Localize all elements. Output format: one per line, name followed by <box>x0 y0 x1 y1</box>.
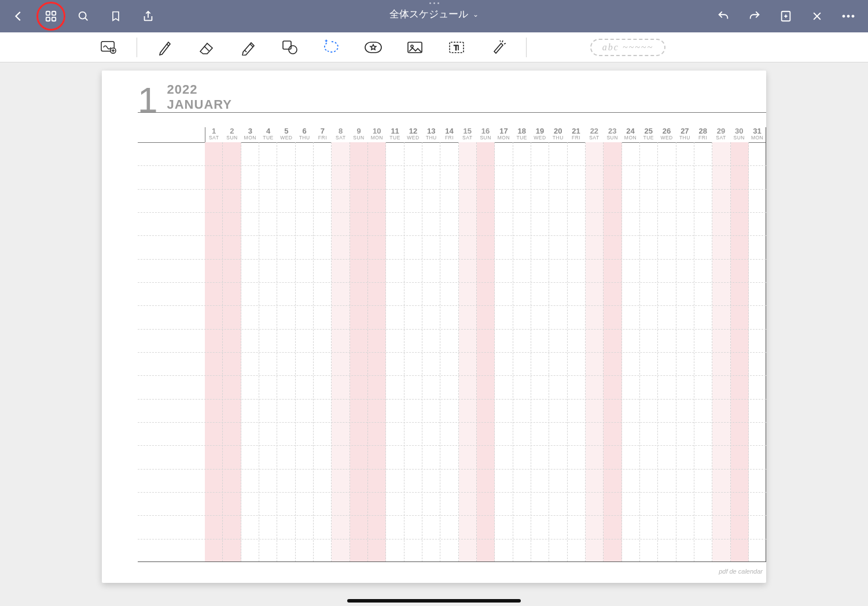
day-header: 18TUE <box>513 127 531 142</box>
back-button[interactable] <box>10 8 27 24</box>
favorites-placeholder[interactable]: abc ~~~~~ <box>590 39 665 56</box>
day-header: 2SUN <box>223 127 241 142</box>
day-header: 16SUN <box>476 127 494 142</box>
day-header: 9SUN <box>350 127 367 142</box>
day-header: 8SAT <box>332 127 350 142</box>
zoom-tool[interactable] <box>98 37 119 58</box>
svg-rect-2 <box>46 17 50 21</box>
close-button[interactable] <box>809 8 825 24</box>
day-header: 12WED <box>404 127 422 142</box>
undo-button[interactable] <box>715 8 731 24</box>
laser-tool[interactable] <box>488 37 509 58</box>
day-header: 28FRI <box>694 127 712 142</box>
day-header: 24MON <box>621 127 639 142</box>
day-header: 1SAT <box>205 127 223 142</box>
svg-point-11 <box>843 15 845 17</box>
day-header: 31MON <box>748 127 766 142</box>
redo-button[interactable] <box>746 8 763 24</box>
month-name: JANUARY <box>167 97 232 112</box>
lasso-tool[interactable]: ✦ <box>321 37 342 58</box>
day-header: 7FRI <box>314 127 332 142</box>
svg-point-13 <box>852 15 854 17</box>
day-header: 3MON <box>241 127 259 142</box>
share-button[interactable] <box>140 8 156 24</box>
day-header: 26WED <box>657 127 675 142</box>
drag-handle-icon <box>330 2 538 4</box>
day-header: 10MON <box>368 127 386 142</box>
day-header: 4TUE <box>259 127 277 142</box>
svg-point-21 <box>289 46 297 54</box>
eraser-tool[interactable] <box>196 37 217 58</box>
days-header: 1SAT2SUN3MON4TUE5WED6THU7FRI8SAT9SUN10MO… <box>205 127 766 142</box>
day-header: 19WED <box>531 127 549 142</box>
home-indicator <box>347 599 521 603</box>
day-header: 29SAT <box>712 127 730 142</box>
document-title: 全体スケジュール <box>389 8 468 21</box>
svg-line-18 <box>167 44 168 46</box>
calendar-page: 1 2022 JANUARY 1SAT2SUN3MON4TUE5WED6THU7… <box>102 71 766 583</box>
svg-point-25 <box>411 45 413 47</box>
stamp-tool[interactable] <box>363 37 384 58</box>
svg-rect-20 <box>283 41 291 49</box>
more-button[interactable] <box>840 8 856 24</box>
day-header: 27THU <box>676 127 694 142</box>
search-button[interactable] <box>75 8 91 24</box>
day-header: 14FRI <box>440 127 458 142</box>
add-page-button[interactable] <box>778 8 794 24</box>
thumbnails-button[interactable] <box>43 8 59 24</box>
day-header: 6THU <box>295 127 313 142</box>
favorites-placeholder-label: abc ~~~~~ <box>602 42 653 53</box>
shape-tool[interactable] <box>279 37 300 58</box>
toolbar-divider <box>137 38 137 57</box>
pen-tool[interactable] <box>155 37 175 58</box>
svg-rect-0 <box>46 12 50 15</box>
day-header: 13THU <box>422 127 440 142</box>
day-header: 11TUE <box>386 127 404 142</box>
day-header: 25TUE <box>639 127 657 142</box>
day-header: 5WED <box>277 127 295 142</box>
svg-line-19 <box>204 46 209 51</box>
day-header: 20THU <box>549 127 567 142</box>
calendar-grid: 1SAT2SUN3MON4TUE5WED6THU7FRI8SAT9SUN10MO… <box>138 127 766 562</box>
svg-text:T: T <box>454 43 458 52</box>
tools-toolbar: ✦ T abc ~~~~~ <box>0 32 868 62</box>
day-header: 21FRI <box>567 127 585 142</box>
svg-point-4 <box>79 12 86 19</box>
toolbar-divider <box>526 38 527 57</box>
highlighter-tool[interactable] <box>238 37 259 58</box>
favorites-bar[interactable]: abc ~~~~~ <box>590 39 665 56</box>
day-header: 30SUN <box>730 127 748 142</box>
bookmark-button[interactable] <box>108 8 124 24</box>
image-tool[interactable] <box>404 37 425 58</box>
title-bar: 全体スケジュール ⌄ <box>0 0 868 32</box>
day-header: 22SAT <box>585 127 603 142</box>
svg-rect-3 <box>52 17 56 21</box>
day-header: 17MON <box>495 127 513 142</box>
svg-line-5 <box>85 18 87 20</box>
document-title-area[interactable]: 全体スケジュール ⌄ <box>330 0 538 21</box>
footer-credit: pdf de calendar <box>719 568 763 575</box>
svg-point-12 <box>847 15 849 17</box>
chevron-down-icon: ⌄ <box>473 10 479 19</box>
text-tool[interactable]: T <box>446 37 467 58</box>
canvas-area[interactable]: 1 2022 JANUARY 1SAT2SUN3MON4TUE5WED6THU7… <box>0 62 868 606</box>
grid-rows <box>138 142 766 562</box>
day-header: 15SAT <box>458 127 476 142</box>
year-label: 2022 <box>167 82 232 97</box>
svg-rect-1 <box>52 12 56 15</box>
day-header: 23SUN <box>604 127 621 142</box>
svg-text:✦: ✦ <box>324 39 329 44</box>
